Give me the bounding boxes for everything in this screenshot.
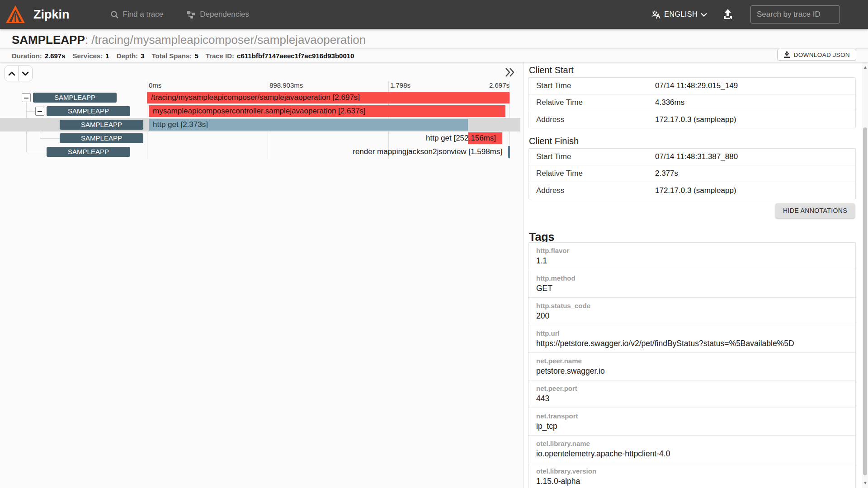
tag-value: 1.15.0-alpha	[536, 477, 855, 486]
detail-value: 4.336ms	[655, 98, 684, 107]
tag-row: otel.library.name io.opentelemetry.apach…	[528, 436, 855, 463]
detail-value: 172.17.0.3 (sampleapp)	[655, 115, 736, 124]
collapse-toggle-icon[interactable]	[22, 93, 31, 102]
next-span-button[interactable]	[19, 66, 32, 81]
tag-value: 1.1	[536, 256, 855, 266]
detail-label: Address	[528, 186, 655, 195]
previous-span-button[interactable]	[5, 66, 19, 81]
span-row-http-get-selected[interactable]: SAMPLEAPP http get [2.373s]	[0, 118, 520, 131]
ruler-tick-0: 0ms	[149, 81, 161, 89]
stat-trace-id-label: Trace ID:	[206, 52, 234, 60]
tag-value: petstore.swagger.io	[536, 366, 855, 376]
detail-label: Relative Time	[528, 169, 655, 178]
span-row-http-get-2[interactable]: SAMPLEAPP http get [252.156ms]	[0, 131, 520, 145]
detail-row: Relative Time 2.377s	[528, 165, 855, 182]
service-badge[interactable]: SAMPLEAPP	[47, 147, 130, 157]
search-icon	[110, 10, 119, 19]
stat-total-spans: Total Spans: 5	[151, 52, 198, 60]
nav-dependencies-label: Dependencies	[200, 10, 249, 19]
chevron-down-icon	[701, 13, 707, 17]
hide-annotations-button[interactable]: HIDE ANNOTATIONS	[775, 203, 855, 218]
tag-value: https://petstore.swagger.io/v2/pet/findB…	[536, 339, 855, 348]
span-detail-panel: Client Start Start Time 07/14 11:48:29.0…	[523, 62, 862, 488]
scrollbar-up-arrow[interactable]: ▲	[863, 65, 867, 69]
service-badge[interactable]: SAMPLEAPP	[60, 133, 143, 143]
stat-total-spans-label: Total Spans:	[151, 52, 192, 60]
collapse-toggle-icon[interactable]	[35, 107, 44, 116]
ruler-tick-2: 1.798s	[390, 81, 410, 89]
service-badge[interactable]: SAMPLEAPP	[47, 106, 130, 116]
client-start-card: Start Time 07/14 11:48:29.015_149 Relati…	[528, 77, 856, 128]
nav-dependencies[interactable]: Dependencies	[187, 10, 249, 19]
upload-trace-button[interactable]	[722, 9, 733, 20]
service-badge[interactable]: SAMPLEAPP	[60, 120, 143, 130]
stat-services-label: Services:	[73, 52, 103, 60]
tag-key: http.status_code	[536, 302, 855, 310]
tag-row: net.peer.port 443	[528, 380, 855, 408]
nav-find-a-trace-label: Find a trace	[123, 10, 164, 19]
tag-key: otel.library.version	[536, 467, 855, 475]
span-bar[interactable]: http get [2.373s]	[149, 119, 468, 131]
language-selector[interactable]: ENGLISH	[651, 9, 707, 19]
nav-find-a-trace[interactable]: Find a trace	[110, 10, 164, 19]
upload-icon	[722, 9, 733, 20]
span-row-controller[interactable]: SAMPLEAPP mysampleapicomposercontroller.…	[0, 104, 520, 118]
dependencies-icon	[187, 10, 196, 19]
span-bar[interactable]: mysampleapicomposercontroller.samplejava…	[149, 105, 505, 117]
download-json-button[interactable]: DOWNLOAD JSON	[777, 49, 856, 61]
span-row-root[interactable]: SAMPLEAPP /tracing/mysampleapicomposer/s…	[0, 91, 520, 104]
trace-operation-name: /tracing/mysampleapicomposer/samplejavao…	[91, 33, 366, 47]
detail-label: Relative Time	[528, 98, 655, 107]
stat-duration-label: Duration:	[12, 52, 42, 60]
zipkin-logo-icon[interactable]	[5, 5, 25, 24]
span-bar-label: render mappingjackson2jsonview [1.598ms]	[271, 146, 502, 158]
stat-total-spans-value: 5	[194, 52, 198, 60]
vertical-scrollbar[interactable]: ▲ ▼	[862, 62, 868, 488]
tag-key: net.transport	[536, 412, 855, 420]
service-badge[interactable]: SAMPLEAPP	[33, 93, 117, 103]
detail-row: Start Time 07/14 11:48:31.387_880	[528, 149, 855, 165]
expand-detail-panel-button[interactable]	[503, 66, 517, 80]
download-icon	[783, 51, 790, 58]
tag-key: http.method	[536, 274, 855, 282]
client-finish-card: Start Time 07/14 11:48:31.387_880 Relati…	[528, 148, 856, 199]
scrollbar-down-arrow[interactable]: ▼	[863, 481, 867, 485]
detail-value: 07/14 11:48:29.015_149	[655, 81, 738, 90]
top-navbar: Zipkin Find a trace Dependencies ENGLISH	[0, 0, 868, 29]
title-separator: :	[85, 33, 91, 47]
trace-id-search-input[interactable]	[750, 5, 840, 23]
annotation-section-title: Client Finish	[529, 136, 579, 146]
stat-depth: Depth: 3	[117, 52, 145, 60]
brand-title[interactable]: Zipkin	[33, 8, 70, 22]
span-row-render[interactable]: SAMPLEAPP render mappingjackson2jsonview…	[0, 145, 520, 159]
span-bar[interactable]: /tracing/mysampleapicomposer/samplejavao…	[147, 92, 509, 103]
tag-row: http.flavor 1.1	[528, 243, 855, 270]
detail-row: Address 172.17.0.3 (sampleapp)	[528, 111, 855, 128]
tag-row: http.url https://petstore.swagger.io/v2/…	[528, 325, 855, 353]
tag-row: net.transport ip_tcp	[528, 408, 855, 436]
tag-value: ip_tcp	[536, 422, 855, 431]
span-bar[interactable]	[508, 146, 510, 158]
tag-key: http.flavor	[536, 247, 855, 254]
stat-duration: Duration: 2.697s	[12, 52, 66, 60]
double-chevron-right-icon	[505, 67, 515, 77]
tag-row: net.peer.name petstore.swagger.io	[528, 353, 855, 380]
tag-row: http.method GET	[528, 270, 855, 298]
detail-row: Relative Time 4.336ms	[528, 94, 855, 111]
tag-value: 443	[536, 394, 855, 404]
tags-section-title: Tags	[529, 230, 555, 244]
scrollbar-thumb[interactable]	[863, 127, 867, 475]
tag-row: otel.library.version 1.15.0-alpha	[528, 463, 855, 488]
detail-row: Start Time 07/14 11:48:29.015_149	[528, 78, 855, 94]
tags-card: http.flavor 1.1 http.method GET http.sta…	[528, 242, 856, 488]
trace-service-name: SAMPLEAPP	[12, 33, 85, 47]
translate-icon	[651, 9, 661, 19]
tag-value: 200	[536, 311, 855, 321]
stat-services: Services: 1	[73, 52, 109, 60]
tag-row: http.status_code 200	[528, 298, 855, 325]
timeline-area: 0ms 898.903ms 1.798s 2.697s SAMPLEAPP /t…	[0, 62, 523, 488]
detail-value: 172.17.0.3 (sampleapp)	[655, 186, 736, 195]
main-content: 0ms 898.903ms 1.798s 2.697s SAMPLEAPP /t…	[0, 62, 868, 488]
stat-duration-value: 2.697s	[45, 52, 66, 60]
language-label: ENGLISH	[664, 10, 698, 19]
